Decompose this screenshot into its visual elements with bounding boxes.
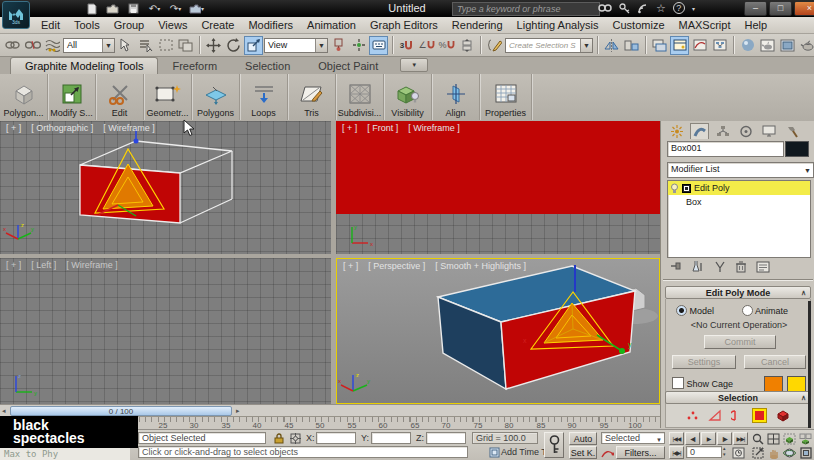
next-frame-button[interactable]: ||▶ (717, 432, 732, 445)
ribbon-subdivision-button[interactable]: Subdivisi... (336, 74, 384, 120)
layer-manager-button[interactable] (650, 36, 669, 55)
z-coordinate-field[interactable] (426, 432, 466, 444)
keyboard-shortcut-override-toggle[interactable] (369, 36, 388, 55)
ribbon-polygons-button[interactable]: Polygons (192, 74, 240, 120)
select-object-button[interactable] (116, 36, 135, 55)
tab-freeform[interactable]: Freeform (158, 58, 231, 74)
cancel-button[interactable]: Cancel (744, 355, 806, 369)
checkbox-icon[interactable] (672, 377, 684, 389)
viewport-nav-menu[interactable]: [ + ] (342, 123, 357, 133)
menu-help[interactable]: Help (738, 19, 775, 31)
pin-stack-icon[interactable] (669, 260, 682, 273)
time-tag-icon[interactable] (487, 446, 502, 459)
panel-scrollbar[interactable] (808, 301, 811, 428)
edge-subobject-button[interactable] (708, 409, 722, 422)
minimize-button[interactable]: – (744, 1, 767, 16)
viewport-shading-menu[interactable]: [ Wireframe ] (103, 123, 155, 133)
remove-modifier-icon[interactable] (735, 260, 747, 273)
pan-hand-button[interactable] (766, 446, 781, 459)
maximize-viewport-toggle[interactable] (798, 446, 813, 459)
viewport-nav-menu[interactable]: [ + ] (6, 260, 21, 270)
select-and-manipulate-button[interactable] (349, 36, 368, 55)
zoom-extents-selected-button[interactable] (782, 432, 797, 445)
ribbon-options-button[interactable]: ▾ (400, 58, 428, 72)
tab-graphite-modeling-tools[interactable]: Graphite Modeling Tools (10, 57, 158, 74)
render-production-button[interactable] (798, 36, 814, 55)
viewport-nav-menu[interactable]: [ + ] (6, 123, 21, 133)
menu-tools[interactable]: Tools (67, 19, 107, 31)
project-folder-button[interactable]: ▾ (189, 2, 204, 15)
key-filter-dropdown[interactable]: Selected ▼ (601, 432, 665, 444)
tab-utilities[interactable] (782, 123, 801, 139)
polygon-subobject-button-active[interactable] (752, 408, 767, 423)
viewport-name-menu[interactable]: [ Perspective ] (368, 261, 425, 271)
dropdown-arrow-icon[interactable]: ▼ (580, 39, 592, 52)
go-to-start-button[interactable]: |◀◀ (669, 432, 684, 445)
lightbulb-icon[interactable] (670, 183, 679, 194)
redo-button[interactable]: ↷▾ (168, 2, 183, 15)
ribbon-align-button[interactable]: Align (432, 74, 480, 120)
select-by-name-button[interactable] (136, 36, 155, 55)
bind-to-space-warp-button[interactable] (43, 36, 62, 55)
play-button[interactable]: ▶ (701, 432, 716, 445)
save-button[interactable] (126, 2, 141, 15)
open-file-button[interactable] (105, 2, 120, 15)
snaps-toggle-3d[interactable]: 3 (397, 36, 416, 55)
viewport-shading-menu[interactable]: [ Wireframe ] (66, 260, 118, 270)
menu-edit[interactable]: Edit (34, 19, 67, 31)
time-slider-handle[interactable]: 0 / 100 (10, 406, 232, 416)
key-mode-toggle[interactable]: |◀▶| (669, 446, 684, 459)
project-dropdown-arrow-icon[interactable]: ▾ (201, 5, 204, 12)
tab-selection[interactable]: Selection (231, 58, 304, 74)
viewport-name-menu[interactable]: [ Left ] (31, 260, 56, 270)
vertex-subobject-button[interactable] (686, 409, 699, 422)
time-slider-track[interactable]: 0 / 100 ◂ ▸ (0, 404, 660, 416)
rendered-frame-window-button[interactable] (778, 36, 797, 55)
subscription-key-icon[interactable] (619, 3, 630, 14)
viewport-shading-menu[interactable]: [ Wireframe ] (408, 123, 460, 133)
unlink-selection-button[interactable] (23, 36, 42, 55)
mirror-button[interactable] (602, 36, 621, 55)
dropdown-arrow-icon[interactable]: ▼ (656, 435, 662, 446)
make-unique-icon[interactable] (713, 260, 726, 273)
render-setup-button[interactable] (758, 36, 777, 55)
tab-object-paint[interactable]: Object Paint (304, 58, 392, 74)
viewport-name-menu[interactable]: [ Orthographic ] (31, 123, 93, 133)
ribbon-modify-selection-button[interactable]: Modify S... (48, 74, 96, 120)
modifier-list-dropdown[interactable]: Modifier List ▼ (667, 162, 814, 178)
orbit-button[interactable] (782, 446, 797, 459)
viewport-left[interactable]: [ + ] [ Left ] [ Wireframe ] y z (0, 258, 331, 404)
zoom-region-button[interactable] (750, 446, 765, 459)
schematic-view-button[interactable] (710, 36, 729, 55)
dropdown-arrow-icon[interactable]: ▼ (804, 164, 811, 177)
menu-rendering[interactable]: Rendering (445, 19, 510, 31)
menu-customize[interactable]: Customize (606, 19, 672, 31)
maximize-button[interactable]: □ (769, 1, 792, 16)
model-radio[interactable]: Model (676, 305, 714, 316)
rollup-icon[interactable]: ∧ (801, 394, 806, 402)
selection-lock-toggle[interactable] (271, 432, 286, 445)
frame-spinner[interactable]: ▴▾ (723, 445, 726, 457)
tab-hierarchy[interactable] (713, 123, 732, 139)
tab-modify[interactable] (690, 123, 709, 139)
help-dropdown-arrow-icon[interactable]: ▾ (692, 5, 695, 12)
dropdown-arrow-icon[interactable]: ▼ (102, 39, 114, 52)
viewport-perspective[interactable]: [ + ] [ Perspective ] [ Smooth + Highlig… (336, 258, 660, 404)
previous-frame-button[interactable]: ◀|| (685, 432, 700, 445)
radio-selected-icon[interactable] (676, 305, 687, 316)
info-center-search-input[interactable]: Type a keyword or phrase (452, 2, 600, 16)
viewport-front[interactable]: [ + ] [ Front ] [ Wireframe ] x y (336, 121, 660, 254)
ribbon-visibility-button[interactable]: Visibility (384, 74, 432, 120)
new-file-button[interactable] (84, 2, 99, 15)
stack-item-edit-poly[interactable]: Edit Poly (668, 181, 810, 195)
show-end-result-icon[interactable] (691, 260, 704, 273)
align-button[interactable] (622, 36, 641, 55)
animate-radio[interactable]: Animate (742, 305, 788, 316)
absolute-mode-toggle[interactable] (288, 432, 303, 445)
time-configuration-button[interactable] (731, 446, 746, 459)
reference-coordinate-dropdown[interactable]: View ▼ (264, 38, 328, 53)
rollout-selection-header[interactable]: Selection ∧ (665, 391, 811, 404)
cage-selected-color-swatch[interactable] (787, 376, 806, 392)
ribbon-loops-button[interactable]: Loops (240, 74, 288, 120)
menu-graph-editors[interactable]: Graph Editors (363, 19, 445, 31)
